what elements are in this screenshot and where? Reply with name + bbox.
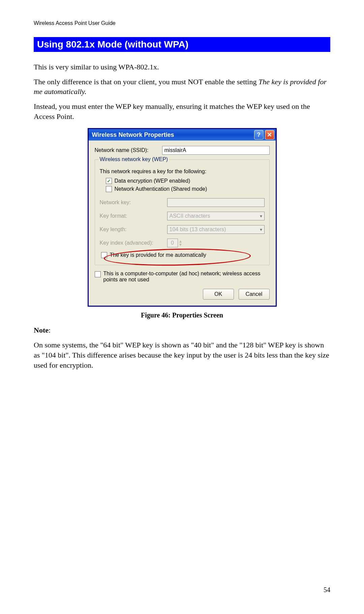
close-button[interactable]: ✕: [265, 130, 274, 140]
page-number: 54: [324, 586, 330, 594]
wep-intro-text: This network requires a key for the foll…: [100, 168, 265, 175]
adhoc-checkbox[interactable]: [95, 271, 101, 277]
key-index-stepper: 0 ▲▼: [167, 239, 183, 247]
figure-caption: Figure 46: Properties Screen: [34, 311, 330, 319]
key-length-label: Key length:: [100, 226, 167, 233]
key-index-label: Key index (advanced):: [100, 240, 167, 246]
ssid-input[interactable]: misslairA: [162, 146, 270, 155]
note-text: On some systems, the "64 bit" WEP key is…: [34, 340, 330, 370]
key-auto-checkbox[interactable]: [101, 252, 107, 258]
wep-enabled-label: Data encryption (WEP enabled): [115, 178, 190, 184]
chevron-down-icon: ▾: [260, 213, 262, 219]
cancel-button[interactable]: Cancel: [239, 289, 270, 300]
key-index-value: 0: [167, 239, 178, 247]
figure-container: Wireless Network Properties ? ✕ Network …: [34, 128, 330, 307]
ssid-label: Network name (SSID):: [95, 147, 162, 153]
wep-enabled-checkbox[interactable]: ✓: [106, 178, 112, 184]
key-format-select: ASCII characters ▾: [167, 212, 265, 220]
key-auto-label: The key is provided for me automatically: [110, 252, 206, 258]
wep-legend: Wireless network key (WEP): [98, 156, 170, 162]
help-icon: ?: [257, 131, 261, 139]
page-header: Wireless Access Point User Guide: [34, 20, 330, 26]
adhoc-label: This is a computer-to-computer (ad hoc) …: [103, 271, 270, 283]
properties-dialog: Wireless Network Properties ? ✕ Network …: [88, 128, 277, 307]
network-key-label: Network key:: [100, 199, 167, 206]
key-length-value: 104 bits (13 characters): [170, 226, 226, 233]
section-title-bar: Using 802.1x Mode (without WPA): [34, 37, 330, 52]
dialog-title: Wireless Network Properties: [92, 131, 253, 139]
shared-mode-label: Network Authentication (Shared mode): [115, 186, 207, 192]
paragraph-2a: The only difference is that on your clie…: [34, 78, 259, 86]
help-button[interactable]: ?: [254, 130, 264, 140]
shared-mode-checkbox[interactable]: [106, 186, 112, 192]
note-label: Note:: [34, 325, 330, 335]
dialog-titlebar: Wireless Network Properties ? ✕: [89, 129, 276, 141]
key-format-value: ASCII characters: [170, 213, 210, 219]
stepper-arrows-icon: ▲▼: [179, 240, 183, 246]
chevron-down-icon: ▾: [260, 227, 262, 232]
paragraph-3: Instead, you must enter the WEP key manu…: [34, 101, 330, 121]
close-icon: ✕: [267, 131, 272, 139]
ok-button[interactable]: OK: [203, 289, 234, 300]
wep-groupbox: Wireless network key (WEP) This network …: [95, 159, 270, 265]
paragraph-2: The only difference is that on your clie…: [34, 77, 330, 97]
network-key-input: [167, 198, 265, 207]
key-format-label: Key format:: [100, 213, 167, 219]
key-length-select: 104 bits (13 characters) ▾: [167, 225, 265, 234]
paragraph-1: This is very similar to using WPA-802.1x…: [34, 62, 330, 72]
